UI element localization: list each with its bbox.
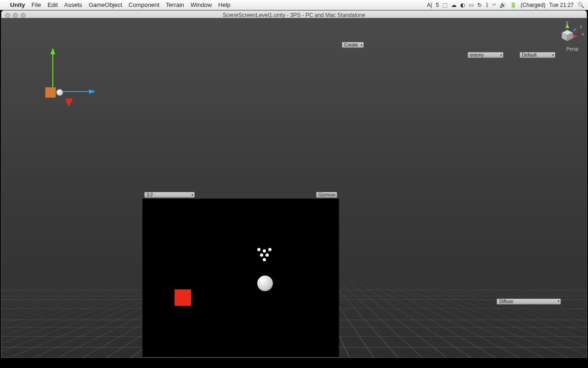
menu-window[interactable]: Window [191, 1, 212, 8]
unity-window: SceneScreenLevel1.unity - 3PS - PC and M… [1, 10, 587, 358]
svg-marker-1 [51, 48, 55, 54]
menu-file[interactable]: File [32, 1, 41, 8]
axis-z-label: z [580, 24, 582, 29]
mac-menubar: Unity File Edit Assets GameObject Compon… [0, 0, 588, 10]
tag-dropdown[interactable]: enemy [468, 52, 503, 58]
game-panel: ▸ Game 3:2 Maximize on Play Stats Gizmos [142, 183, 339, 357]
adobe-count: 5 [436, 2, 439, 8]
battery-status: (Charged) [520, 2, 545, 8]
menu-edit[interactable]: Edit [47, 1, 57, 8]
display-icon[interactable]: ▭ [469, 2, 474, 8]
game-particles [256, 248, 275, 262]
scene-object-cube [45, 87, 56, 98]
scene-object-cone [65, 98, 73, 107]
axis-y-label: y [566, 20, 569, 24]
clock[interactable]: Tue 21:27 [549, 2, 574, 8]
game-viewport [142, 199, 339, 357]
layer-dropdown[interactable]: Default [520, 52, 555, 58]
scene-panel: # Scene Textured RGB ☀ ▭ 🔊 Gizmos 🔍 [142, 33, 339, 183]
hierarchy-create-dropdown[interactable]: Create [342, 42, 364, 48]
persp-label[interactable]: Persp [566, 46, 578, 52]
orientation-gizmo[interactable] [554, 22, 581, 49]
menu-app[interactable]: Unity [10, 1, 25, 8]
scene-object-sphere [57, 89, 63, 96]
svg-marker-9 [573, 28, 577, 32]
menu-gameobject[interactable]: GameObject [89, 1, 122, 8]
game-gizmos-dropdown[interactable]: Gizmos [316, 192, 337, 198]
wifi-icon[interactable]: ⌔ [492, 2, 496, 8]
cloud-icon[interactable]: ☁ [451, 2, 457, 8]
shader-dropdown[interactable]: Diffuse [497, 299, 561, 305]
game-aspect-dropdown[interactable]: 3:2 [144, 192, 195, 198]
axis-x-label: x [582, 32, 584, 36]
menu-help[interactable]: Help [218, 1, 231, 8]
volume-icon[interactable]: 🔊 [499, 2, 506, 8]
game-enemy-square [175, 289, 191, 306]
sync-icon[interactable]: ◐ [460, 2, 465, 8]
game-enemy-circle [257, 276, 273, 291]
menu-terrain[interactable]: Terrain [166, 1, 184, 8]
dropbox-icon[interactable]: ⬚ [442, 2, 447, 8]
timemachine-icon[interactable]: ↻ [477, 2, 482, 8]
window-title: SceneScreenLevel1.unity - 3PS - PC and M… [1, 12, 587, 18]
adobe-icon: A| [427, 2, 432, 8]
spotlight-icon[interactable]: 🔍 [577, 2, 584, 8]
bluetooth-icon[interactable]: ᛒ [486, 2, 489, 8]
svg-marker-3 [89, 89, 96, 94]
menu-component[interactable]: Component [129, 1, 159, 8]
svg-marker-8 [573, 34, 577, 38]
menu-assets[interactable]: Assets [64, 1, 82, 8]
battery-icon[interactable]: 🔋 [510, 2, 517, 8]
